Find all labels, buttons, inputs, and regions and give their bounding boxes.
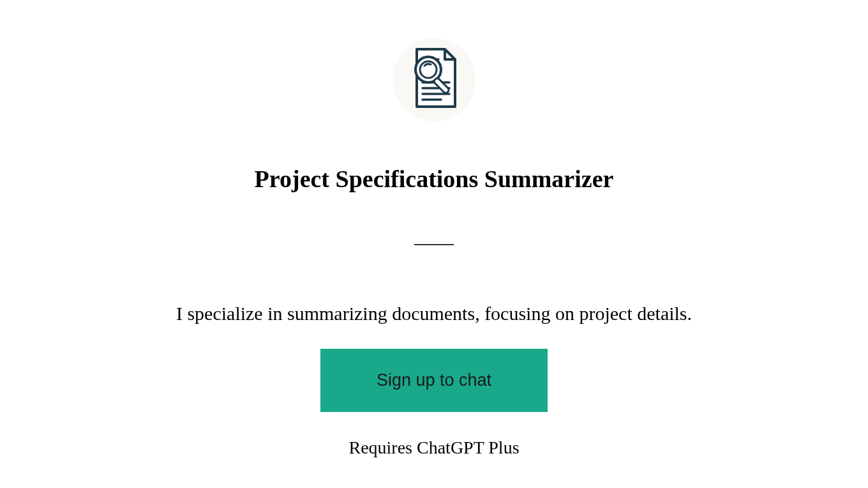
divider (414, 244, 454, 245)
gpt-avatar (393, 38, 475, 121)
signup-button[interactable]: Sign up to chat (320, 349, 548, 412)
requires-plus-note: Requires ChatGPT Plus (348, 438, 519, 458)
document-magnifier-icon (405, 47, 463, 113)
page-title: Project Specifications Summarizer (255, 165, 614, 193)
gpt-description: I specialize in summarizing documents, f… (176, 303, 692, 324)
